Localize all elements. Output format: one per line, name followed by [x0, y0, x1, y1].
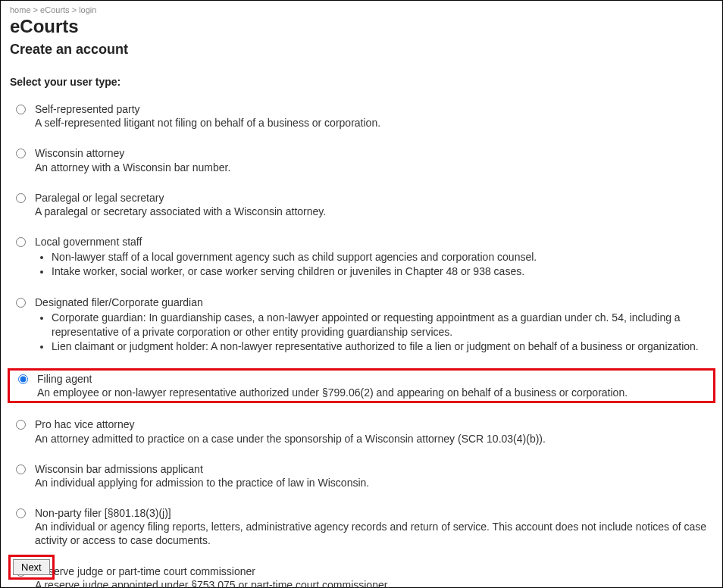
option-body: Pro hac vice attorneyAn attorney admitte…	[30, 418, 712, 445]
page-container: home > eCourts > login eCourts Create an…	[0, 0, 723, 588]
option-description: An individual or agency filing reports, …	[35, 520, 712, 547]
user-type-option[interactable]: Pro hac vice attorneyAn attorney admitte…	[10, 415, 713, 447]
option-label: Reserve judge or part-time court commiss…	[35, 565, 712, 578]
option-body: Non-party filer [§801.18(3)(j)]An indivi…	[30, 506, 712, 548]
breadcrumb-link-ecourts[interactable]: eCourts	[40, 5, 70, 14]
option-bullets: Corporate guardian: In guardianship case…	[35, 311, 712, 354]
option-bullet: Non-lawyer staff of a local government a…	[52, 250, 712, 264]
option-body: Wisconsin bar admissions applicantAn ind…	[30, 462, 712, 489]
option-description: An individual applying for admission to …	[35, 476, 712, 489]
option-label: Paralegal or legal secretary	[35, 191, 712, 205]
option-bullet: Corporate guardian: In guardianship case…	[52, 311, 712, 339]
user-type-option[interactable]: Reserve judge or part-time court commiss…	[10, 562, 713, 588]
section-prompt: Select your user type:	[10, 76, 713, 88]
user-type-option[interactable]: Self-represented partyA self-represented…	[10, 100, 713, 132]
user-type-radio[interactable]	[18, 374, 28, 384]
option-body: Local government staffNon-lawyer staff o…	[30, 235, 712, 279]
option-bullet: Intake worker, social worker, or case wo…	[52, 264, 712, 279]
option-description: An attorney with a Wisconsin bar number.	[35, 161, 712, 174]
user-type-option[interactable]: Wisconsin attorneyAn attorney with a Wis…	[10, 144, 713, 176]
option-body: Wisconsin attorneyAn attorney with a Wis…	[30, 146, 712, 174]
user-type-radio[interactable]	[16, 193, 26, 203]
option-bullet: Lien claimant or judgment holder: A non-…	[52, 339, 712, 354]
next-button-highlight: Next	[8, 555, 55, 580]
option-label: Designated filer/Corporate guardian	[35, 296, 712, 309]
option-body: Paralegal or legal secretaryA paralegal …	[30, 191, 712, 218]
user-type-radio[interactable]	[16, 149, 26, 158]
option-description: A self-represented litigant not filing o…	[35, 116, 712, 130]
user-type-option[interactable]: Wisconsin bar admissions applicantAn ind…	[10, 460, 713, 492]
user-type-option[interactable]: Designated filer/Corporate guardianCorpo…	[10, 293, 713, 356]
option-description: A reserve judge appointed under §753.075…	[35, 578, 712, 588]
user-type-options: Self-represented partyA self-represented…	[10, 100, 713, 588]
breadcrumb-link-home[interactable]: home	[10, 5, 31, 14]
option-label: Non-party filer [§801.18(3)(j)]	[35, 506, 712, 520]
option-label: Wisconsin attorney	[35, 146, 712, 160]
user-type-radio[interactable]	[16, 105, 26, 114]
user-type-radio[interactable]	[16, 237, 26, 247]
page-subtitle: Create an account	[10, 42, 713, 58]
option-body: Self-represented partyA self-represented…	[30, 102, 712, 130]
option-label: Local government staff	[35, 235, 712, 249]
option-body: Filing agentAn employee or non-lawyer re…	[33, 372, 712, 399]
breadcrumb: home > eCourts > login	[10, 5, 713, 14]
breadcrumb-sep: >	[70, 5, 80, 14]
option-description: An employee or non-lawyer representative…	[37, 386, 712, 399]
user-type-radio[interactable]	[16, 298, 26, 308]
option-bullets: Non-lawyer staff of a local government a…	[35, 250, 712, 279]
page-title: eCourts	[10, 16, 713, 37]
user-type-option[interactable]: Filing agentAn employee or non-lawyer re…	[8, 368, 715, 403]
option-label: Self-represented party	[35, 102, 712, 116]
user-type-radio[interactable]	[16, 464, 26, 474]
option-description: A paralegal or secretary associated with…	[35, 205, 712, 218]
next-button[interactable]: Next	[13, 559, 50, 575]
breadcrumb-sep: >	[31, 5, 41, 14]
user-type-option[interactable]: Non-party filer [§801.18(3)(j)]An indivi…	[10, 504, 713, 550]
option-label: Filing agent	[37, 372, 712, 386]
user-type-option[interactable]: Paralegal or legal secretaryA paralegal …	[10, 189, 713, 220]
option-label: Pro hac vice attorney	[35, 418, 712, 431]
option-label: Wisconsin bar admissions applicant	[35, 462, 712, 476]
breadcrumb-link-login[interactable]: login	[79, 5, 96, 14]
option-body: Designated filer/Corporate guardianCorpo…	[30, 296, 712, 354]
user-type-option[interactable]: Local government staffNon-lawyer staff o…	[10, 233, 713, 281]
user-type-radio[interactable]	[16, 420, 26, 430]
option-description: An attorney admitted to practice on a ca…	[35, 432, 712, 446]
user-type-radio[interactable]	[16, 508, 26, 518]
option-body: Reserve judge or part-time court commiss…	[30, 565, 712, 588]
